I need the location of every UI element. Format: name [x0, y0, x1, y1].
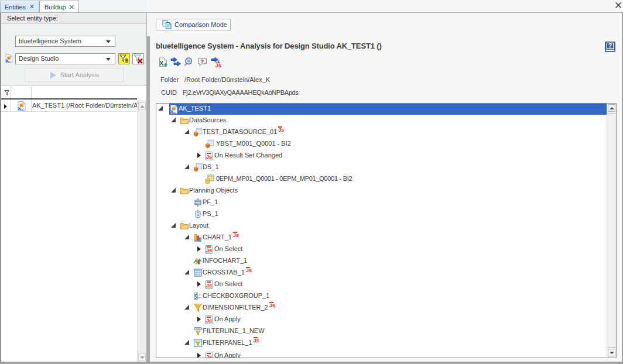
svg-text:X: X — [159, 60, 164, 67]
svg-text:?: ? — [608, 42, 612, 49]
svg-text:xx: xx — [172, 111, 176, 114]
svg-text:xx: xx — [20, 108, 24, 111]
svg-text:xx: xx — [8, 60, 11, 63]
svg-text:?: ? — [201, 58, 204, 64]
svg-text:Js: Js — [215, 63, 221, 68]
